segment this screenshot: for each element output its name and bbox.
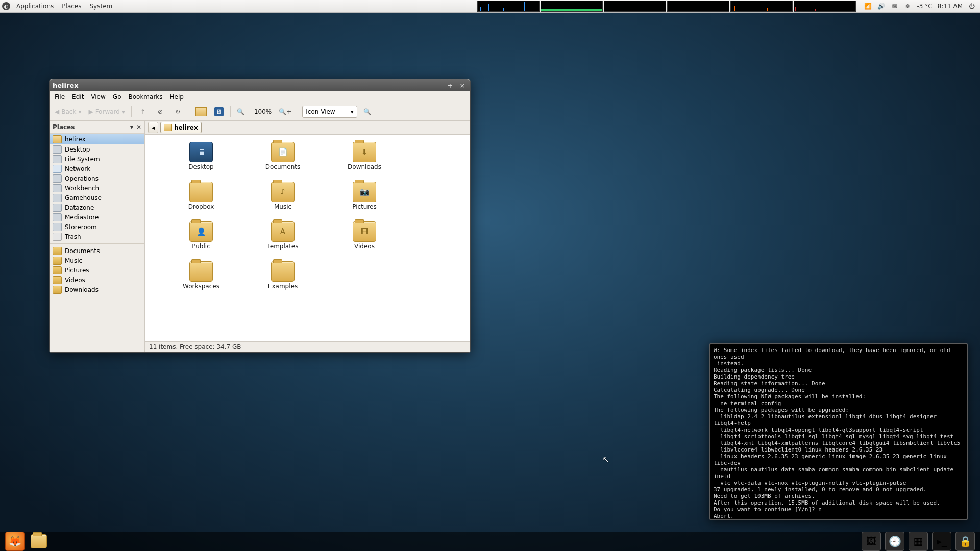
titlebar[interactable]: helirex – + × xyxy=(50,79,470,91)
sidebar-item[interactable]: Downloads xyxy=(50,285,144,294)
file-item[interactable]: 🎞Videos xyxy=(324,221,405,261)
view-mode-select[interactable]: Icon View▾ xyxy=(302,106,357,118)
sidebar-item[interactable]: Videos xyxy=(50,275,144,285)
file-item-label: Desktop xyxy=(188,163,214,170)
sidebar-item[interactable]: Operations xyxy=(50,173,144,183)
sidebar-item[interactable]: Pictures xyxy=(50,265,144,275)
path-back-button[interactable]: ◂ xyxy=(148,122,158,133)
sidebar-item[interactable]: Mediastore xyxy=(50,212,144,222)
back-button[interactable]: ◀Back▾ xyxy=(53,105,83,118)
terminal-window[interactable]: W: Some index files failed to download, … xyxy=(709,343,968,520)
sidebar-item-label: Datazone xyxy=(65,204,94,211)
dock-workspaces[interactable]: ▦ xyxy=(909,532,928,551)
sidebar-item[interactable]: File System xyxy=(50,154,144,164)
reload-button[interactable]: ↻ xyxy=(170,105,185,118)
sidebar-item-label: Documents xyxy=(65,247,100,255)
computer-button[interactable]: 🖥 xyxy=(212,105,226,118)
search-button[interactable]: 🔍 xyxy=(360,105,375,118)
menu-system[interactable]: System xyxy=(85,3,116,10)
sidebar-item[interactable]: Datazone xyxy=(50,203,144,212)
forward-button[interactable]: ▶Forward▾ xyxy=(86,105,127,118)
file-item[interactable]: 👤Public xyxy=(160,221,242,261)
drive-icon xyxy=(53,174,62,183)
sidebar-item[interactable]: Desktop xyxy=(50,144,144,154)
sidebar-toggle-icon[interactable]: ▾ xyxy=(130,123,133,131)
sidebar-item-label: Workbench xyxy=(65,185,99,192)
menu-places[interactable]: Places xyxy=(58,3,85,10)
sidebar-item[interactable]: Network xyxy=(50,164,144,173)
sidebar-item[interactable]: Workbench xyxy=(50,183,144,193)
shutdown-icon[interactable]: ⏻ xyxy=(968,2,976,10)
stop-icon: ⊘ xyxy=(158,108,163,115)
home-icon xyxy=(164,124,172,131)
file-item[interactable]: 🖥Desktop xyxy=(160,142,242,182)
icon-view[interactable]: 🖥Desktop📄Documents⬇DownloadsDropbox♪Musi… xyxy=(145,135,470,341)
file-item[interactable]: ♪Music xyxy=(242,182,324,221)
mail-icon[interactable]: ✉ xyxy=(891,2,899,10)
path-crumb[interactable]: helirex xyxy=(160,122,202,133)
sidebar-item[interactable]: Gamehouse xyxy=(50,193,144,203)
dock-clock[interactable]: 🕘 xyxy=(885,532,904,551)
menu-view[interactable]: View xyxy=(88,92,108,102)
stop-button[interactable]: ⊘ xyxy=(153,105,167,118)
sidebar-item-label: Gamehouse xyxy=(65,194,102,202)
folder-icon: 👤 xyxy=(189,221,213,242)
weather-icon[interactable]: ❄ xyxy=(904,2,912,10)
zoom-out-button[interactable]: 🔍- xyxy=(235,105,249,118)
file-item[interactable]: 📷Pictures xyxy=(324,182,405,221)
file-item[interactable]: ATemplates xyxy=(242,221,324,261)
sidebar-item-label: File System xyxy=(65,156,100,163)
dropdown-icon: ▾ xyxy=(122,108,125,115)
zoom-in-button[interactable]: 🔍+ xyxy=(277,105,293,118)
menu-bookmarks[interactable]: Bookmarks xyxy=(125,92,165,102)
sidebar-item[interactable]: Trash xyxy=(50,232,144,241)
network-wireless-icon[interactable]: 📶 xyxy=(864,2,872,10)
bottom-panel: 🦊 🖼 🕘 ▦ ▸_ 🔒 xyxy=(0,532,980,551)
file-item-label: Examples xyxy=(268,283,298,290)
sidebar-item[interactable]: Documents xyxy=(50,246,144,256)
sidebar-item[interactable]: helirex xyxy=(50,134,144,144)
file-item[interactable]: ⬇Downloads xyxy=(324,142,405,182)
up-button[interactable]: ↑ xyxy=(136,105,150,118)
desktop-icon: 🖥 xyxy=(189,142,213,162)
dropdown-icon: ▾ xyxy=(78,108,81,115)
system-monitor-applet[interactable] xyxy=(477,1,856,12)
sidebar-item[interactable]: Storeroom xyxy=(50,222,144,232)
dock-show-desktop[interactable]: 🖼 xyxy=(862,532,881,551)
menu-applications[interactable]: Applications xyxy=(12,3,58,10)
dock-files[interactable] xyxy=(30,532,48,550)
file-item[interactable]: Workspaces xyxy=(160,261,242,301)
terminal-output: W: Some index files failed to download, … xyxy=(714,347,964,519)
volume-icon[interactable]: 🔊 xyxy=(877,2,886,10)
sidebar-item-label: Storeroom xyxy=(65,223,97,231)
file-item-label: Dropbox xyxy=(188,203,214,210)
distributor-logo-icon[interactable]: ◐ xyxy=(0,0,12,12)
home-button[interactable] xyxy=(193,105,209,118)
sidebar-item[interactable]: Music xyxy=(50,256,144,265)
window-title: helirex xyxy=(53,82,430,89)
dock-firefox[interactable]: 🦊 xyxy=(5,532,24,551)
file-item-label: Downloads xyxy=(348,163,381,170)
sidebar-close-icon[interactable]: ✕ xyxy=(136,123,141,131)
drive-icon xyxy=(53,204,62,212)
forward-icon: ▶ xyxy=(88,108,93,115)
file-item[interactable]: 📄Documents xyxy=(242,142,324,182)
file-item[interactable]: Examples xyxy=(242,261,324,301)
maximize-button[interactable]: + xyxy=(446,81,455,90)
dock-lock[interactable]: 🔒 xyxy=(955,532,975,551)
panel-clock[interactable]: 8:11 AM xyxy=(938,3,963,10)
menu-go[interactable]: Go xyxy=(110,92,125,102)
dock-terminal[interactable]: ▸_ xyxy=(932,532,951,551)
folder-icon: 📷 xyxy=(353,182,376,202)
close-button[interactable]: × xyxy=(458,81,467,90)
file-item[interactable]: Dropbox xyxy=(160,182,242,221)
minimize-button[interactable]: – xyxy=(433,81,443,90)
sidebar-item-label: Videos xyxy=(65,277,85,284)
menu-help[interactable]: Help xyxy=(167,92,187,102)
menu-file[interactable]: File xyxy=(52,92,68,102)
menu-edit[interactable]: Edit xyxy=(69,92,87,102)
folder-icon xyxy=(53,286,62,294)
sidebar-item-label: Downloads xyxy=(65,286,99,293)
top-panel: ◐ Applications Places System 📶 🔊 ✉ ❄ -3 … xyxy=(0,0,980,13)
drive-icon xyxy=(53,194,62,202)
